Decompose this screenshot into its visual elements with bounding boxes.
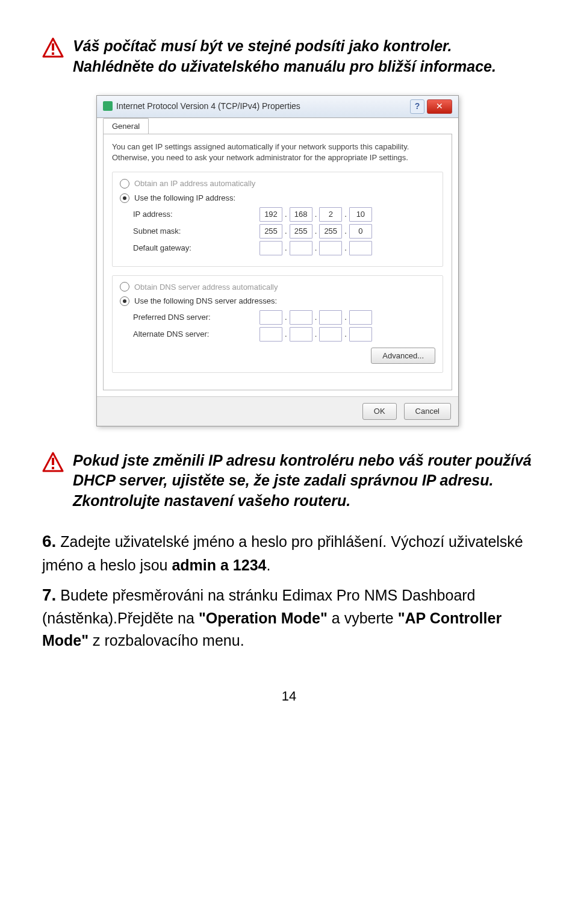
dialog-titlebar: Internet Protocol Version 4 (TCP/IPv4) P…	[97, 96, 458, 118]
ip-octet[interactable]	[349, 327, 372, 342]
dialog-title: Internet Protocol Version 4 (TCP/IPv4) P…	[116, 101, 300, 112]
field-label: Subnet mask:	[133, 226, 259, 237]
step-7: 7. Budete přesměrováni na stránku Edimax…	[42, 583, 536, 651]
step-number: 6.	[42, 532, 56, 551]
step-text: a vyberte	[328, 610, 398, 626]
ip-octet[interactable]	[349, 241, 372, 255]
warning-icon	[42, 37, 64, 64]
step-6: 6. Zadejte uživatelské jméno a heslo pro…	[42, 529, 536, 576]
warning-block-2: Pokud jste změnili IP adresu kontroléru …	[42, 451, 536, 511]
radio-label: Use the following IP address:	[134, 193, 235, 204]
field-label: Preferred DNS server:	[133, 312, 259, 323]
field-label: IP address:	[133, 209, 259, 220]
close-button[interactable]: ✕	[427, 99, 452, 114]
field-default-gateway: Default gateway: . . .	[133, 241, 435, 255]
ip-octet[interactable]: 168	[290, 207, 312, 222]
ip-octet[interactable]	[319, 241, 342, 255]
ip-octet[interactable]	[319, 327, 342, 342]
step-text: Zadejte uživatelské jméno a heslo pro př…	[42, 533, 523, 573]
svg-rect-4	[52, 458, 54, 465]
warning-block-1: Váš počítač musí být ve stejné podsíti j…	[42, 36, 536, 77]
radio-use-following-ip[interactable]: Use the following IP address:	[120, 193, 435, 204]
ip-octet[interactable]	[259, 241, 282, 255]
ip-octet[interactable]	[259, 327, 282, 342]
radio-icon	[120, 296, 129, 306]
dialog-description: You can get IP settings assigned automat…	[112, 142, 443, 163]
page-number: 14	[42, 687, 536, 705]
ip-octet[interactable]: 255	[319, 224, 342, 239]
ok-button[interactable]: OK	[362, 403, 397, 420]
field-preferred-dns: Preferred DNS server: . . .	[133, 310, 435, 325]
radio-label: Obtain an IP address automatically	[134, 178, 255, 189]
svg-rect-2	[52, 52, 54, 55]
ip-octet[interactable]: 255	[290, 224, 312, 239]
ip-octet[interactable]	[319, 310, 342, 325]
radio-label: Use the following DNS server addresses:	[134, 296, 277, 307]
radio-icon	[120, 179, 129, 189]
credentials: admin a 1234	[172, 557, 266, 573]
svg-rect-1	[52, 43, 54, 51]
radio-icon	[120, 282, 129, 292]
radio-use-following-dns[interactable]: Use the following DNS server addresses:	[120, 296, 435, 307]
radio-icon	[120, 193, 129, 203]
radio-label: Obtain DNS server address automatically	[134, 282, 278, 293]
svg-rect-5	[52, 467, 54, 469]
ip-octet[interactable]: 255	[259, 224, 282, 239]
step-text: z rozbalovacího menu.	[89, 632, 244, 649]
radio-obtain-ip-auto[interactable]: Obtain an IP address automatically	[120, 178, 435, 189]
cancel-button[interactable]: Cancel	[404, 403, 451, 420]
field-ip-address: IP address: 192. 168. 2. 10	[133, 207, 435, 222]
quoted-term: "Operation Mode"	[199, 610, 328, 626]
ip-octet[interactable]	[349, 310, 372, 325]
field-label: Default gateway:	[133, 243, 259, 254]
ip-octet[interactable]	[290, 327, 312, 342]
radio-obtain-dns-auto[interactable]: Obtain DNS server address automatically	[120, 282, 435, 293]
ip-octet[interactable]	[290, 310, 312, 325]
ip-octet[interactable]	[259, 310, 282, 325]
field-label: Alternate DNS server:	[133, 329, 259, 340]
field-subnet-mask: Subnet mask: 255. 255. 255. 0	[133, 224, 435, 239]
ip-octet[interactable]: 2	[319, 207, 342, 222]
tab-general[interactable]: General	[103, 118, 149, 134]
field-alternate-dns: Alternate DNS server: . . .	[133, 327, 435, 342]
help-button[interactable]: ?	[410, 99, 424, 114]
advanced-button[interactable]: Advanced...	[371, 348, 435, 364]
warning-text-1: Váš počítač musí být ve stejné podsíti j…	[73, 36, 536, 77]
ip-octet[interactable]: 0	[349, 224, 372, 239]
ip-octet[interactable]: 10	[349, 207, 372, 222]
ipv4-properties-dialog: Internet Protocol Version 4 (TCP/IPv4) P…	[96, 95, 459, 426]
dialog-icon	[103, 101, 113, 111]
ip-octet[interactable]	[290, 241, 312, 255]
warning-icon	[42, 452, 64, 478]
warning-text-2: Pokud jste změnili IP adresu kontroléru …	[73, 451, 536, 511]
step-number: 7.	[42, 585, 56, 604]
ip-octet[interactable]: 192	[259, 207, 282, 222]
